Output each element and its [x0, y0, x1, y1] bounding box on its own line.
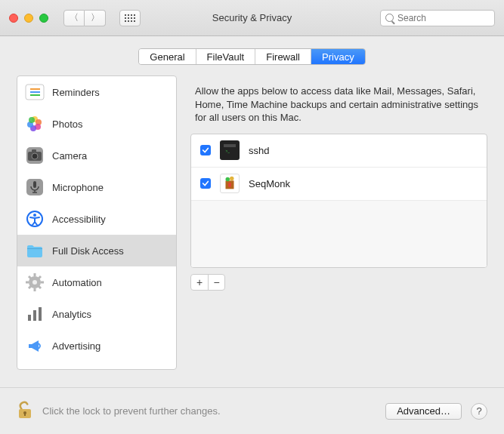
sidebar-item-analytics[interactable]: Analytics: [17, 298, 176, 330]
nav-back-forward: 〈 〉: [63, 10, 106, 26]
microphone-icon: [25, 177, 45, 197]
sidebar-item-accessibility[interactable]: Accessibility: [17, 203, 176, 235]
lock-description: Click the lock to prevent further change…: [42, 405, 221, 417]
svg-rect-14: [32, 149, 36, 152]
folder-icon: [25, 241, 45, 260]
svg-rect-35: [39, 307, 42, 321]
sidebar-item-automation[interactable]: Automation: [17, 266, 176, 298]
search-input[interactable]: [397, 13, 490, 23]
window-controls: [9, 14, 48, 23]
grid-icon: [125, 14, 135, 22]
terminal-icon: >_: [220, 140, 240, 160]
svg-point-10: [29, 117, 35, 123]
sidebar-item-label: Microphone: [52, 182, 104, 193]
app-row-seqmonk[interactable]: SeqMonk: [191, 168, 487, 201]
checkbox-seqmonk[interactable]: [200, 178, 211, 189]
accessibility-icon: [25, 209, 45, 229]
sidebar-item-label: Photos: [52, 119, 82, 130]
seqmonk-app-icon: [220, 174, 240, 193]
sidebar-item-label: Camera: [52, 150, 87, 162]
sidebar-item-label: Accessibility: [52, 214, 106, 225]
svg-rect-33: [28, 315, 31, 321]
check-icon: [202, 146, 209, 154]
svg-rect-45: [24, 413, 26, 416]
svg-rect-36: [224, 144, 236, 147]
sidebar-item-label: Automation: [52, 277, 102, 288]
pane-description: Allow the apps below to access data like…: [190, 75, 487, 134]
add-app-button[interactable]: +: [191, 275, 208, 290]
analytics-icon: [25, 304, 45, 324]
search-field-container[interactable]: [380, 10, 495, 26]
sidebar-item-advertising[interactable]: Advertising: [17, 330, 176, 362]
svg-text:>_: >_: [225, 149, 230, 153]
gear-icon: [25, 272, 45, 292]
footer: Click the lock to prevent further change…: [0, 387, 504, 434]
svg-point-39: [226, 177, 230, 182]
sidebar-item-reminders[interactable]: Reminders: [17, 76, 176, 108]
sidebar-item-label: Reminders: [52, 87, 100, 98]
list-add-remove-controls: + −: [190, 274, 225, 291]
tab-group: General FileVault Firewall Privacy: [138, 48, 365, 65]
svg-rect-34: [33, 310, 36, 321]
chevron-right-icon: 〉: [91, 11, 100, 24]
svg-line-30: [39, 286, 41, 288]
sidebar-item-label: Full Disk Access: [52, 245, 124, 257]
sidebar-item-microphone[interactable]: Microphone: [17, 171, 176, 203]
sidebar-item-full-disk-access[interactable]: Full Disk Access: [17, 235, 176, 266]
svg-rect-22: [27, 248, 42, 249]
svg-rect-16: [33, 181, 36, 188]
svg-line-31: [39, 276, 41, 279]
svg-rect-41: [228, 183, 231, 187]
app-list-empty-area: [191, 201, 487, 268]
app-name-label: SeqMonk: [249, 178, 290, 189]
sidebar-item-label: Analytics: [52, 309, 91, 320]
app-access-list: >_ sshd SeqMonk: [190, 134, 487, 268]
chevron-left-icon: 〈: [70, 11, 79, 24]
tab-firewall[interactable]: Firewall: [255, 49, 311, 64]
svg-line-29: [29, 276, 31, 279]
photos-icon: [25, 114, 45, 134]
camera-icon: [25, 146, 45, 165]
tab-general[interactable]: General: [139, 49, 196, 64]
tab-filevault[interactable]: FileVault: [196, 49, 256, 64]
help-button[interactable]: ?: [471, 403, 487, 420]
close-window-button[interactable]: [9, 14, 18, 23]
privacy-sidebar: Reminders Photos Camera Microphone Acces…: [17, 75, 177, 370]
app-name-label: sshd: [249, 145, 269, 156]
tab-bar: General FileVault Firewall Privacy: [0, 36, 504, 75]
sidebar-item-label: Advertising: [52, 340, 100, 352]
megaphone-icon: [25, 336, 45, 356]
check-icon: [202, 180, 209, 187]
sidebar-item-photos[interactable]: Photos: [17, 108, 176, 140]
main-area: Reminders Photos Camera Microphone Acces…: [0, 75, 504, 370]
sidebar-item-camera[interactable]: Camera: [17, 140, 176, 171]
svg-point-21: [33, 214, 36, 217]
search-icon: [385, 14, 394, 22]
titlebar: 〈 〉 Security & Privacy: [0, 0, 504, 36]
right-pane: Allow the apps below to access data like…: [190, 75, 487, 370]
tab-privacy[interactable]: Privacy: [311, 49, 365, 64]
svg-point-24: [32, 280, 37, 285]
svg-point-40: [230, 177, 234, 181]
minimize-window-button[interactable]: [24, 14, 33, 23]
reminders-icon: [25, 82, 45, 102]
checkbox-sshd[interactable]: [200, 145, 211, 155]
nav-back-button[interactable]: 〈: [63, 10, 85, 26]
lock-icon[interactable]: [17, 400, 33, 423]
app-row-sshd[interactable]: >_ sshd: [191, 134, 487, 168]
zoom-window-button[interactable]: [39, 14, 48, 23]
remove-app-button[interactable]: −: [208, 275, 224, 290]
advanced-button[interactable]: Advanced…: [385, 403, 462, 420]
svg-line-32: [29, 286, 31, 288]
svg-point-13: [32, 153, 38, 159]
show-all-prefs-button[interactable]: [119, 10, 141, 26]
nav-forward-button[interactable]: 〉: [85, 10, 106, 26]
